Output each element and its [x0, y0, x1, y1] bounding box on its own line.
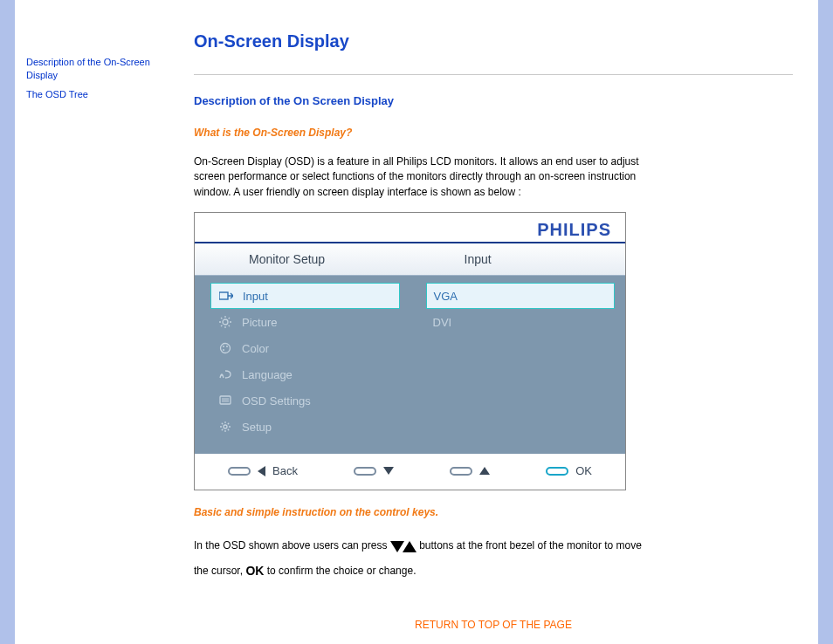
instruction-heading: Basic and simple instruction on the cont… [194, 506, 793, 518]
osd-menu-label: Picture [242, 316, 277, 329]
decorative-border-right [818, 0, 833, 644]
osd-submenu-col: VGA DVI [410, 276, 626, 454]
osd-nav-down[interactable] [354, 467, 394, 476]
osd-header: PHILIPS [195, 213, 625, 243]
svg-rect-0 [219, 292, 228, 299]
osd-menu-label: Language [242, 368, 293, 381]
svg-line-9 [229, 318, 230, 319]
svg-line-7 [229, 325, 230, 326]
osd-submenu-label: DVI [433, 316, 452, 329]
divider [194, 74, 793, 75]
osd-nav-ok-label: OK [575, 464, 592, 477]
osd-nav-back[interactable]: Back [228, 464, 298, 477]
osd-menu-item-picture[interactable]: Picture [210, 309, 400, 335]
svg-line-8 [221, 325, 222, 326]
osd-submenu-item-vga[interactable]: VGA [426, 283, 616, 309]
osd-tab-right: Input [410, 243, 626, 275]
osd-submenu-item-dvi[interactable]: DVI [426, 309, 616, 335]
svg-rect-15 [222, 398, 229, 402]
osd-nav-back-label: Back [272, 464, 298, 477]
page-title: On-Screen Display [194, 31, 793, 51]
svg-point-1 [223, 319, 228, 325]
pill-icon [546, 467, 568, 476]
ok-glyph: OK [245, 564, 264, 578]
osd-tab-left: Monitor Setup [195, 243, 410, 275]
osd-panel: PHILIPS Monitor Setup Input Input [194, 212, 626, 490]
osd-menu-item-osd-settings[interactable]: OSD Settings [210, 387, 400, 414]
triangle-up-icon [403, 541, 416, 552]
language-icon [217, 369, 233, 380]
return-to-top-link[interactable]: RETURN TO TOP OF THE PAGE [415, 619, 572, 631]
osd-submenu-label: VGA [434, 290, 458, 303]
svg-point-10 [221, 344, 231, 353]
pill-icon [450, 467, 472, 476]
svg-point-16 [224, 425, 227, 428]
setup-icon [217, 421, 233, 433]
section-heading: Description of the On Screen Display [194, 94, 793, 107]
osd-menu-item-color[interactable]: Color [210, 335, 400, 361]
instruction-paragraph: In the OSD shown above users can press b… [194, 534, 648, 584]
osd-menu-item-setup[interactable]: Setup [210, 414, 400, 440]
input-icon [218, 291, 234, 301]
osd-tabs: Monitor Setup Input [195, 243, 625, 276]
svg-point-13 [223, 349, 224, 351]
sidebar: Description of the On-Screen Display The… [19, 0, 173, 644]
osd-menu-item-input[interactable]: Input [210, 283, 400, 309]
svg-line-6 [221, 318, 222, 319]
svg-point-12 [226, 346, 228, 347]
pill-icon [228, 467, 251, 476]
decorative-border-left [0, 0, 15, 644]
osd-menu-item-language[interactable]: Language [210, 361, 400, 387]
picture-icon [217, 316, 233, 328]
intro-paragraph: On-Screen Display (OSD) is a feature in … [194, 154, 648, 200]
osd-menu-label: Setup [242, 421, 272, 434]
osd-body: Input Picture Color [195, 276, 625, 454]
triangle-left-icon [258, 466, 265, 476]
osd-menu-col: Input Picture Color [195, 276, 410, 454]
triangle-up-icon [479, 467, 490, 475]
question-heading: What is the On-Screen Display? [194, 127, 793, 139]
osd-menu-label: Color [242, 342, 269, 355]
pill-icon [354, 467, 376, 476]
color-icon [217, 342, 233, 354]
text-fragment: In the OSD shown above users can press [194, 539, 390, 552]
sidebar-link-osd-tree[interactable]: The OSD Tree [26, 89, 88, 99]
text-fragment: to confirm the choice or change. [264, 564, 416, 576]
osd-nav-up[interactable] [450, 467, 490, 476]
osd-nav-bar: Back OK [195, 454, 625, 490]
sidebar-link-description[interactable]: Description of the On-Screen Display [26, 57, 150, 80]
osd-settings-icon [217, 395, 233, 406]
main-content: On-Screen Display Description of the On … [173, 0, 814, 644]
brand-logo: PHILIPS [537, 220, 611, 239]
osd-nav-ok[interactable]: OK [546, 464, 592, 477]
osd-menu-label: Input [243, 290, 268, 303]
svg-point-11 [223, 346, 224, 347]
osd-menu-label: OSD Settings [242, 394, 311, 408]
triangle-down-icon [383, 467, 394, 475]
